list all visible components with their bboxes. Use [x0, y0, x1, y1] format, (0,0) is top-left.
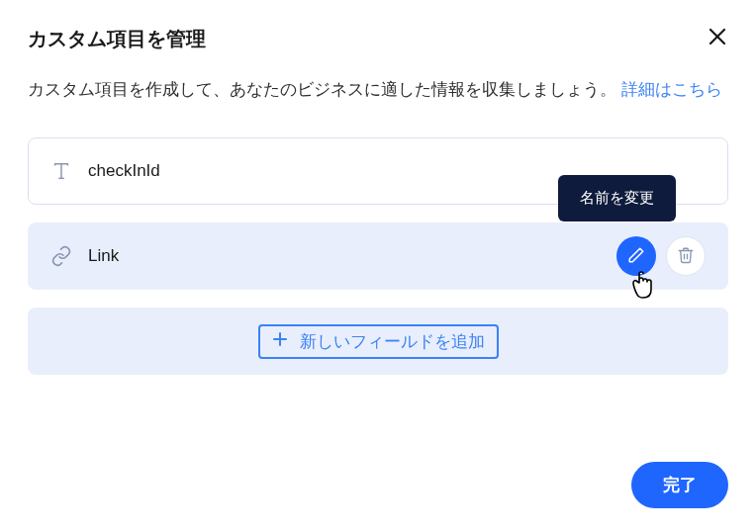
rename-button[interactable] [616, 236, 656, 276]
pencil-icon [627, 246, 645, 267]
dialog-description: カスタム項目を作成して、あなたのビジネスに適した情報を収集しましょう。 詳細はこ… [28, 74, 728, 106]
rename-tooltip: 名前を変更 [558, 175, 676, 222]
close-button[interactable] [707, 26, 728, 47]
add-field-label: 新しいフィールドを追加 [300, 330, 485, 353]
trash-icon [677, 246, 695, 267]
delete-button[interactable] [666, 236, 706, 276]
close-icon [709, 28, 726, 45]
done-button[interactable]: 完了 [631, 462, 728, 508]
link-type-icon [50, 245, 72, 267]
field-name-label: Link [88, 246, 119, 266]
add-field-inner: 新しいフィールドを追加 [258, 324, 499, 359]
dialog-title: カスタム項目を管理 [28, 26, 206, 52]
field-row[interactable]: Link 名前を変更 [28, 222, 728, 290]
fields-list: checkInId Link 名前を変更 [28, 137, 728, 375]
add-field-button[interactable]: 新しいフィールドを追加 [28, 308, 728, 375]
learn-more-link[interactable]: 詳細はこちら [621, 80, 722, 99]
field-name-label: checkInId [88, 161, 160, 181]
description-text: カスタム項目を作成して、あなたのビジネスに適した情報を収集しましょう。 [28, 80, 616, 99]
dialog-header: カスタム項目を管理 [28, 26, 728, 52]
plus-icon [272, 331, 288, 352]
text-type-icon [50, 160, 72, 182]
dialog-footer: 完了 [631, 462, 728, 508]
row-actions: 名前を変更 [616, 236, 706, 276]
